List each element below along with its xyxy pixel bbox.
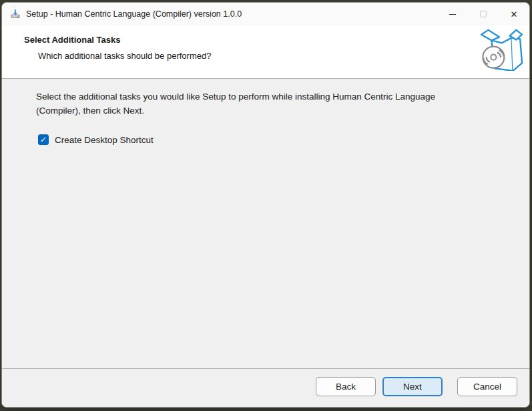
titlebar[interactable]: Setup - Human Centric Language (Compiler…: [2, 3, 529, 25]
cancel-button[interactable]: Cancel: [457, 377, 517, 396]
desktop-background: Setup - Human Centric Language (Compiler…: [0, 0, 532, 411]
wizard-body: Select the additional tasks you would li…: [2, 79, 529, 368]
window-controls: ✕: [437, 3, 529, 25]
page-subtitle: Which additional tasks should be perform…: [38, 51, 529, 61]
software-box-icon: [479, 28, 523, 71]
setup-wizard-window: Setup - Human Centric Language (Compiler…: [1, 2, 530, 408]
wizard-header: Select Additional Tasks Which additional…: [2, 25, 529, 79]
checkmark-icon: ✓: [40, 136, 47, 144]
back-button[interactable]: Back: [316, 377, 376, 396]
minimize-icon: [449, 14, 456, 15]
close-icon: ✕: [511, 10, 518, 19]
task-create-desktop-shortcut[interactable]: ✓ Create Desktop Shortcut: [38, 134, 154, 145]
page-title: Select Additional Tasks: [24, 35, 529, 45]
close-button[interactable]: ✕: [499, 3, 529, 25]
instruction-text: Select the additional tasks you would li…: [36, 90, 503, 118]
minimize-button[interactable]: [437, 3, 468, 25]
setup-app-icon: [10, 9, 21, 19]
task-checkbox[interactable]: ✓: [38, 134, 49, 145]
next-button[interactable]: Next: [382, 377, 443, 396]
task-label: Create Desktop Shortcut: [55, 135, 154, 145]
wizard-footer: Back Next Cancel: [2, 368, 529, 407]
maximize-button: [468, 3, 499, 25]
window-title: Setup - Human Centric Language (Compiler…: [26, 9, 242, 19]
maximize-icon: [480, 11, 487, 17]
